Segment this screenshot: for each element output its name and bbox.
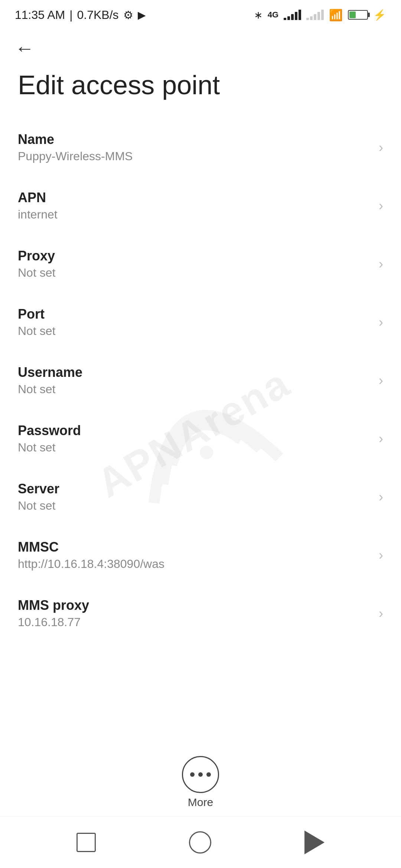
- lte-badge: 4G: [268, 10, 278, 20]
- triangle-icon: [304, 831, 325, 854]
- chevron-right-icon-proxy: ›: [379, 256, 383, 272]
- dot-1: [190, 772, 195, 777]
- status-bar: 11:35 AM | 0.7KB/s ⚙ ▶ ∗ 4G 📶 ⚡: [0, 0, 401, 30]
- separator: |: [69, 8, 72, 22]
- signal-bars-1: [284, 10, 301, 20]
- settings-item-apn[interactable]: APN internet ›: [0, 177, 401, 235]
- dot-2: [198, 772, 203, 777]
- settings-value-mms-proxy: 10.16.18.77: [18, 615, 89, 629]
- more-label: More: [188, 796, 213, 809]
- dot-3: [206, 772, 211, 777]
- settings-label-password: Password: [18, 423, 81, 438]
- top-bar: ←: [0, 30, 401, 67]
- settings-label-apn: APN: [18, 190, 58, 206]
- settings-value-username: Not set: [18, 382, 82, 396]
- settings-value-server: Not set: [18, 499, 59, 513]
- settings-value-apn: internet: [18, 208, 58, 221]
- settings-item-content-mmsc: MMSC http://10.16.18.4:38090/was: [18, 539, 164, 571]
- settings-value-port: Not set: [18, 324, 55, 338]
- more-dots: [190, 772, 211, 777]
- charging-icon: ⚡: [373, 9, 386, 21]
- settings-item-mms-proxy[interactable]: MMS proxy 10.16.18.77 ›: [0, 584, 401, 642]
- settings-item-content-proxy: Proxy Not set: [18, 248, 55, 280]
- chevron-right-icon-apn: ›: [379, 198, 383, 214]
- settings-label-mmsc: MMSC: [18, 539, 164, 555]
- settings-item-content-port: Port Not set: [18, 306, 55, 338]
- settings-item-content-name: Name Puppy-Wireless-MMS: [18, 132, 133, 163]
- settings-icon: ⚙: [123, 9, 133, 22]
- time-display: 11:35 AM: [15, 8, 65, 22]
- back-button[interactable]: ←: [15, 37, 34, 59]
- chevron-right-icon-mmsc: ›: [379, 548, 383, 563]
- recent-apps-button[interactable]: [76, 833, 96, 852]
- battery-indicator: [348, 10, 368, 20]
- settings-list: Name Puppy-Wireless-MMS › APN internet ›…: [0, 118, 401, 642]
- settings-label-username: Username: [18, 365, 82, 380]
- settings-item-proxy[interactable]: Proxy Not set ›: [0, 235, 401, 293]
- settings-item-content-apn: APN internet: [18, 190, 58, 221]
- more-button[interactable]: [182, 756, 219, 793]
- battery-fill: [349, 11, 356, 18]
- chevron-right-icon-name: ›: [379, 140, 383, 155]
- settings-item-password[interactable]: Password Not set ›: [0, 410, 401, 468]
- settings-item-mmsc[interactable]: MMSC http://10.16.18.4:38090/was ›: [0, 526, 401, 584]
- back-nav-button[interactable]: [304, 831, 325, 854]
- settings-item-username[interactable]: Username Not set ›: [0, 351, 401, 410]
- settings-item-port[interactable]: Port Not set ›: [0, 293, 401, 351]
- settings-label-port: Port: [18, 306, 55, 322]
- more-button-area: More: [0, 756, 401, 809]
- settings-label-name: Name: [18, 132, 133, 147]
- settings-value-password: Not set: [18, 441, 81, 454]
- settings-item-server[interactable]: Server Not set ›: [0, 468, 401, 526]
- square-icon: [76, 833, 96, 852]
- settings-value-name: Puppy-Wireless-MMS: [18, 149, 133, 163]
- settings-label-proxy: Proxy: [18, 248, 55, 264]
- signal-bars-2: [306, 10, 324, 20]
- circle-icon: [189, 831, 211, 854]
- chevron-right-icon-mms-proxy: ›: [379, 606, 383, 621]
- chevron-right-icon-port: ›: [379, 315, 383, 330]
- settings-value-proxy: Not set: [18, 266, 55, 280]
- camera-icon: ▶: [138, 9, 146, 21]
- home-button[interactable]: [189, 831, 211, 854]
- settings-item-content-password: Password Not set: [18, 423, 81, 454]
- settings-value-mmsc: http://10.16.18.4:38090/was: [18, 557, 164, 571]
- settings-item-content-username: Username Not set: [18, 365, 82, 396]
- settings-label-server: Server: [18, 481, 59, 497]
- status-bar-left: 11:35 AM | 0.7KB/s ⚙ ▶: [15, 8, 146, 22]
- settings-item-content-mms-proxy: MMS proxy 10.16.18.77: [18, 598, 89, 629]
- bottom-nav: [0, 816, 401, 868]
- settings-item-name[interactable]: Name Puppy-Wireless-MMS ›: [0, 118, 401, 177]
- chevron-right-icon-server: ›: [379, 489, 383, 505]
- settings-label-mms-proxy: MMS proxy: [18, 598, 89, 613]
- page-title: Edit access point: [0, 67, 401, 118]
- status-bar-right: ∗ 4G 📶 ⚡: [254, 9, 386, 22]
- settings-item-content-server: Server Not set: [18, 481, 59, 513]
- wifi-icon: 📶: [329, 9, 343, 22]
- chevron-right-icon-password: ›: [379, 431, 383, 447]
- network-speed: 0.7KB/s: [77, 8, 119, 22]
- chevron-right-icon-username: ›: [379, 373, 383, 388]
- bluetooth-icon: ∗: [254, 9, 263, 21]
